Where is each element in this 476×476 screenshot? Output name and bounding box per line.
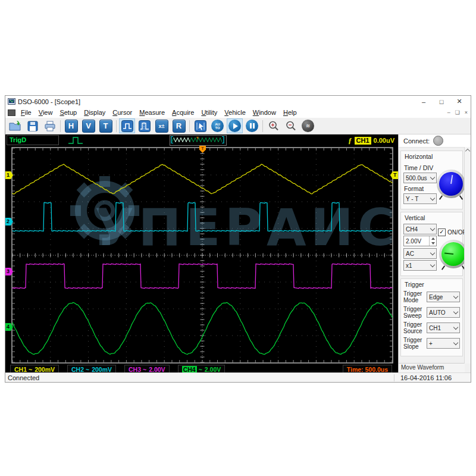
edge-trigger-button[interactable] <box>119 118 135 133</box>
horizontal-group: Horizontal Time / DIV 500.0us Format Y -… <box>400 151 463 209</box>
toolbar-separator <box>116 120 117 132</box>
menu-vehicle[interactable]: Vehicle <box>221 109 249 116</box>
connect-indicator[interactable] <box>433 136 443 146</box>
trigger-slope-select[interactable]: + <box>427 338 460 349</box>
menu-window[interactable]: Window <box>249 109 280 116</box>
scope-top-bar: TrigD T ƒ CH1 0.00uV <box>5 134 398 146</box>
save-icon <box>27 121 38 131</box>
cursor-button[interactable] <box>192 118 208 133</box>
chevron-down-icon <box>453 340 458 345</box>
zoom-out-button[interactable] <box>283 118 299 133</box>
select-value: CH1 <box>429 325 441 331</box>
onoff-checkbox[interactable]: ✓ <box>438 228 446 236</box>
mdi-restore-button[interactable]: ❏ <box>455 110 460 115</box>
pause-button[interactable] <box>244 118 260 133</box>
pulse-measure-icon <box>139 120 151 132</box>
main-area: TrigD T ƒ CH1 0.00uV УПЕРАИС T 1234T CH1… <box>5 134 471 372</box>
panel-scrollbar[interactable] <box>464 147 471 364</box>
trigger-rows: Trigger ModeEdgeTrigger SweepAUTOTrigger… <box>403 290 460 350</box>
run-button[interactable] <box>227 118 243 133</box>
menu-setup[interactable]: Setup <box>56 109 80 116</box>
trigger-status: TrigD <box>7 135 59 145</box>
toolbar: H V T x± R <box>5 118 471 134</box>
trigger-row: Trigger ModeEdge <box>403 290 460 303</box>
pause-icon <box>246 120 258 132</box>
menu-display[interactable]: Display <box>80 109 109 116</box>
trigger-mode-select[interactable]: Edge <box>427 292 460 302</box>
trigger-group: Trigger Trigger ModeEdgeTrigger SweepAUT… <box>400 278 463 356</box>
menu-help[interactable]: Help <box>280 109 300 116</box>
move-waveform-label[interactable]: Move Waveform <box>399 363 465 372</box>
select-value: Edge <box>429 294 443 300</box>
menu-items: FileViewSetupDisplayCursorMeasureAcquire… <box>17 109 300 116</box>
menu-utility[interactable]: Utility <box>198 109 221 116</box>
self-cal-button[interactable]: ≋ <box>300 118 316 133</box>
zoom-in-button[interactable] <box>265 118 281 133</box>
play-icon <box>228 120 241 132</box>
trigger-readout: ƒ CH1 0.00uV <box>348 136 394 145</box>
menu-cursor[interactable]: Cursor <box>109 109 136 116</box>
self-cal-icon: ≋ <box>302 120 314 132</box>
probe-select[interactable]: x1 <box>403 260 437 271</box>
vertical-button[interactable]: V <box>80 118 96 133</box>
format-label: Format <box>404 185 437 192</box>
control-panel: Connect: Horizontal Time / DIV 500.0us F… <box>398 134 471 372</box>
print-icon <box>44 121 56 131</box>
pulse-trigger-button[interactable] <box>136 118 152 133</box>
chevron-up-icon <box>465 149 470 154</box>
select-value: AUTO <box>429 309 446 316</box>
status-text: Connected <box>5 374 39 381</box>
mdi-close-button[interactable]: × <box>465 110 468 115</box>
maximize-button[interactable]: □ <box>433 98 450 105</box>
chevron-down-icon <box>453 325 458 330</box>
panel-groups: Horizontal Time / DIV 500.0us Format Y -… <box>399 147 465 364</box>
menu-file[interactable]: File <box>17 109 35 116</box>
trigger-button[interactable]: T <box>98 118 114 133</box>
reference-icon: R <box>173 120 186 133</box>
horizontal-button[interactable]: H <box>63 118 79 133</box>
select-value: + <box>429 340 433 347</box>
mdi-minimize-button[interactable]: – <box>447 110 450 115</box>
math-icon: x± <box>155 120 168 133</box>
chevron-down-icon <box>453 294 458 299</box>
trigger-row-label: Trigger Source <box>403 321 427 334</box>
volts-div-spinner[interactable]: 2.00V <box>403 236 437 246</box>
time-div-select[interactable]: 500.0us <box>403 173 437 183</box>
watermark-text: УПЕРАИС <box>95 198 395 257</box>
pulse-icon <box>121 120 133 132</box>
trigger-title: Trigger <box>405 281 460 288</box>
autoset-button[interactable]: AU TO <box>209 118 226 133</box>
chevron-down-icon <box>430 196 435 201</box>
trigger-edge-icon: ƒ <box>348 136 352 145</box>
close-button[interactable]: ✕ <box>450 98 468 105</box>
vertical-knob[interactable] <box>439 240 468 268</box>
print-button[interactable] <box>42 118 58 133</box>
trigger-sweep-select[interactable]: AUTO <box>427 307 460 318</box>
horizontal-knob[interactable] <box>437 170 465 198</box>
waveform-preview[interactable]: T <box>170 135 227 146</box>
vertical-title: Vertical <box>405 214 460 221</box>
format-select[interactable]: Y - T <box>403 193 437 204</box>
math-button[interactable]: x± <box>154 118 170 133</box>
minimize-button[interactable]: – <box>415 98 433 105</box>
menu-acquire[interactable]: Acquire <box>168 109 198 116</box>
status-datetime: 16-04-2016 11:06 <box>394 374 471 381</box>
channel-select[interactable]: CH4 <box>403 224 437 234</box>
toolbar-separator <box>262 120 263 132</box>
save-button[interactable] <box>24 118 40 133</box>
reference-button[interactable]: R <box>171 118 187 133</box>
open-icon <box>9 120 21 131</box>
coupling-select[interactable]: AC <box>403 248 437 259</box>
menu-view[interactable]: View <box>35 109 57 116</box>
vertical-group: Vertical CH4 2.00V AC <box>400 212 463 276</box>
open-button[interactable] <box>7 118 23 133</box>
svg-text:T: T <box>196 136 199 140</box>
app-icon <box>8 98 15 105</box>
menu-bar: FileViewSetupDisplayCursorMeasureAcquire… <box>5 107 471 118</box>
trigger-source-select[interactable]: CH1 <box>427 322 460 333</box>
trigger-row-label: Trigger Slope <box>403 337 427 350</box>
autoset-icon: AU TO <box>211 120 224 132</box>
scope-display[interactable]: УПЕРАИС T 1234T <box>5 146 398 364</box>
menu-measure[interactable]: Measure <box>136 109 168 116</box>
chevron-down-icon <box>453 309 458 314</box>
